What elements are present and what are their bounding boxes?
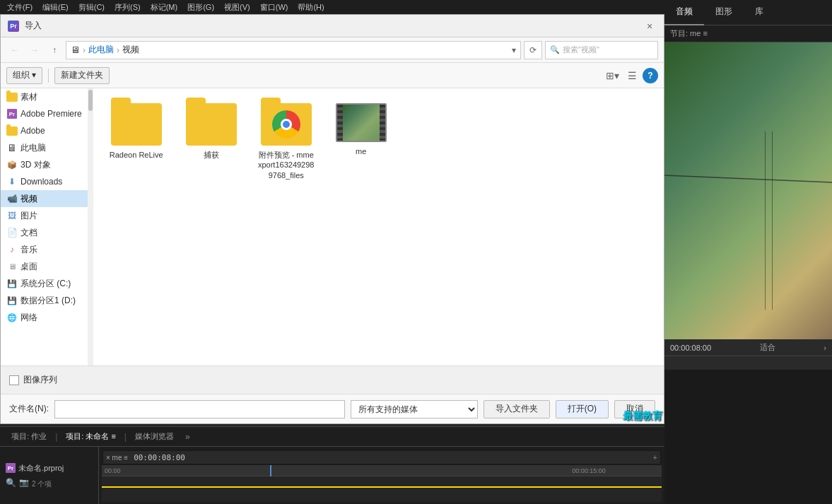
tab-graphics[interactable]: 图形 [704, 0, 744, 25]
sidebar-label-此电脑: 此电脑 [20, 142, 46, 154]
tab-library[interactable]: 库 [744, 0, 775, 25]
sidebar-item-此电脑[interactable]: 🖥 此电脑 [1, 139, 88, 156]
image-sequence-checkbox-area: 图像序列 [9, 374, 57, 386]
back-button[interactable]: ← [6, 42, 23, 59]
adobe-icon [6, 125, 18, 136]
video-thumbnail-me-video [336, 103, 387, 142]
menu-item-W[interactable]: 窗口(W) [256, 1, 293, 14]
sidebar-label-adobe: Adobe [20, 126, 45, 136]
timeline-add-icon[interactable]: + [653, 453, 657, 462]
dialog-content: 素材 Pr Adobe Premiere Adobe 🖥 此电脑 📦 3D 对象… [1, 88, 664, 365]
folder-icon-捕获 [186, 103, 237, 146]
breadcrumb-part-1[interactable]: 此电脑 [88, 44, 114, 56]
sidebar-item-素材[interactable]: 素材 [1, 88, 88, 105]
search-placeholder[interactable]: 搜索"视频" [563, 45, 599, 55]
organize-button[interactable]: 组织 ▾ [6, 67, 42, 84]
help-button[interactable]: ? [643, 68, 658, 83]
menu-item-S[interactable]: 序列(S) [110, 1, 145, 14]
camera-icon: 📷 [19, 478, 29, 487]
timeline-panel: × me ≡ 00:00:08:00 + 00:00 00:00:15:00 [99, 447, 664, 504]
sidebar-item-网络[interactable]: 🌐 网络 [1, 309, 88, 326]
view-details-button[interactable]: ☰ [623, 66, 641, 85]
search-box: 🔍 搜索"视频" [545, 41, 658, 59]
sidebar-scrollbar-thumb[interactable] [88, 90, 93, 111]
dialog-app-icon: Pr [8, 20, 19, 32]
image-sequence-checkbox[interactable] [9, 375, 19, 385]
sidebar-item-3d-objects[interactable]: 📦 3D 对象 [1, 156, 88, 173]
breadcrumb-dropdown-icon[interactable]: ▾ [512, 45, 516, 55]
图片-icon: 🖼 [6, 210, 18, 221]
preview-line-2 [772, 131, 773, 310]
视频-icon: 📹 [6, 193, 18, 204]
timeline-content: × me ≡ 00:00:08:00 + 00:00 00:00:15:00 [102, 450, 662, 502]
timecode-bar: 00:00:08:00 适合 › [664, 339, 832, 356]
file-item-附件预览[interactable]: 附件预览 - mmexport1632492989768_files [254, 100, 318, 184]
items-count: 2 个项 [32, 479, 52, 489]
文档-icon: 📄 [6, 227, 18, 238]
bottom-content: Pr 未命名.prproj 🔍 📷 2 个项 × me ≡ 00:00:08:0… [0, 447, 664, 504]
sidebar: 素材 Pr Adobe Premiere Adobe 🖥 此电脑 📦 3D 对象… [1, 88, 88, 365]
sidebar-label-系统分区C: 系统分区 (C:) [20, 278, 71, 290]
sidebar-item-数据分区D[interactable]: 💾 数据分区1 (D:) [1, 292, 88, 309]
filename-input[interactable] [54, 400, 345, 418]
breadcrumb-sep-1: › [83, 45, 86, 55]
tab-media-browser[interactable]: 媒体浏览器 [129, 427, 180, 447]
open-button[interactable]: 打开(O) [556, 400, 609, 418]
timeline-tab[interactable]: × me ≡ [106, 454, 128, 462]
timeline-playhead[interactable] [270, 465, 271, 476]
menu-item-C[interactable]: 剪辑(C) [74, 1, 109, 14]
project-name-row: Pr 未命名.prproj [6, 463, 93, 474]
menu-item-H[interactable]: 帮助(H) [293, 1, 328, 14]
menu-item-F[interactable]: 文件(F) [3, 1, 37, 14]
project-search-icon[interactable]: 🔍 [6, 478, 16, 488]
sidebar-item-adobe[interactable]: Adobe [1, 122, 88, 139]
sidebar-item-视频[interactable]: 📹 视频 [1, 190, 88, 207]
view-buttons: ⊞▾ ☰ ? [603, 66, 658, 85]
filetype-select[interactable]: 所有支持的媒体 [351, 400, 478, 418]
sidebar-item-系统分区C[interactable]: 💾 系统分区 (C:) [1, 275, 88, 292]
menu-item-V[interactable]: 视图(V) [220, 1, 254, 14]
time-start: 00:00 [105, 467, 121, 474]
tab-project-work[interactable]: 项目: 作业 [6, 427, 52, 447]
file-item-me-video[interactable]: me [329, 100, 393, 184]
file-label-me-video: me [356, 146, 366, 156]
nav-bar: ← → ↑ 🖥 › 此电脑 › 视频 ▾ ⟳ 🔍 搜索"视频" [1, 37, 664, 63]
file-area: Radeon ReLive 捕获 附件预览 - mmexport16324929… [93, 88, 664, 365]
program-header: 节目: me ≡ [664, 25, 832, 42]
sidebar-item-桌面[interactable]: 🖥 桌面 [1, 258, 88, 275]
breadcrumb: 🖥 › 此电脑 › 视频 ▾ [66, 41, 521, 59]
forward-button[interactable]: → [26, 42, 43, 59]
menu-item-E[interactable]: 编辑(E) [38, 1, 73, 14]
view-grid-button[interactable]: ⊞▾ [603, 66, 621, 85]
folder-icon-radeon-relive [111, 103, 162, 146]
timeline-yellow-bar [102, 486, 662, 488]
sidebar-item-adobe-premiere[interactable]: Pr Adobe Premiere [1, 105, 88, 122]
tab-audio[interactable]: 音频 [664, 0, 704, 25]
up-button[interactable]: ↑ [46, 42, 63, 59]
系统分区C-icon: 💾 [6, 278, 18, 289]
sidebar-item-downloads[interactable]: ⬇ Downloads [1, 173, 88, 190]
sidebar-label-downloads: Downloads [20, 177, 62, 187]
new-folder-button[interactable]: 新建文件夹 [54, 67, 110, 84]
sidebar-item-图片[interactable]: 🖼 图片 [1, 207, 88, 224]
tab-project-unnamed[interactable]: 项目: 未命名 ≡ [60, 427, 122, 447]
preview-area: 00:00:08:00 适合 › [664, 42, 832, 504]
expand-tabs-icon[interactable]: » [185, 432, 190, 442]
menu-item-M[interactable]: 标记(M) [146, 1, 182, 14]
import-folder-button[interactable]: 导入文件夹 [484, 400, 550, 418]
menu-item-G[interactable]: 图形(G) [183, 1, 218, 14]
dialog-close-button[interactable]: × [643, 19, 657, 33]
file-label-附件预览: 附件预览 - mmexport1632492989768_files [258, 150, 315, 180]
3d-objects-icon: 📦 [6, 159, 18, 170]
sidebar-scrollbar[interactable] [88, 88, 93, 365]
file-item-捕获[interactable]: 捕获 [180, 100, 243, 184]
pr-icon: Pr [6, 463, 16, 473]
sidebar-item-音乐[interactable]: ♪ 音乐 [1, 241, 88, 258]
音乐-icon: ♪ [6, 244, 18, 255]
refresh-button[interactable]: ⟳ [524, 41, 542, 59]
bottom-panel: 项目: 作业 | 项目: 未命名 ≡ | 媒体浏览器 » Pr 未命名.prpr… [0, 426, 664, 504]
file-item-radeon-relive[interactable]: Radeon ReLive [105, 100, 168, 184]
sidebar-item-文档[interactable]: 📄 文档 [1, 224, 88, 241]
timeline-timecode: 00:00:08:00 [134, 453, 185, 462]
sidebar-scroll: 素材 Pr Adobe Premiere Adobe 🖥 此电脑 📦 3D 对象… [1, 88, 93, 365]
